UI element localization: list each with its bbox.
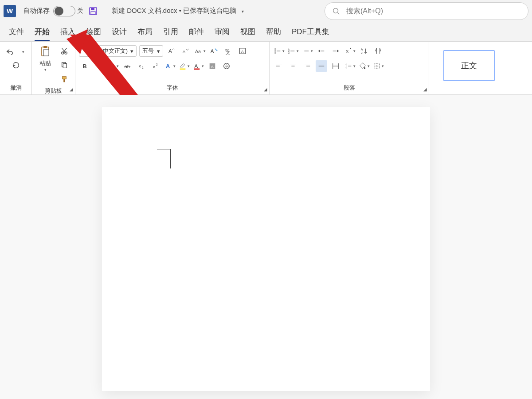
subscript-button[interactable]: x2 <box>136 60 147 72</box>
tab-view[interactable]: 视图 <box>235 23 261 41</box>
tab-review[interactable]: 审阅 <box>209 23 235 41</box>
text-cursor <box>157 149 170 168</box>
numbering-button[interactable]: 123▾ <box>287 45 299 57</box>
strikethrough-button[interactable]: ab <box>121 60 133 72</box>
group-styles-label <box>433 83 505 94</box>
font-name-combo[interactable]: 线 (中文正文) ▾ <box>79 45 137 57</box>
search-input[interactable] <box>345 7 521 16</box>
change-case-button[interactable]: Aa▾ <box>194 45 206 57</box>
svg-text:2: 2 <box>142 66 144 69</box>
tab-insert[interactable]: 插入 <box>55 23 81 41</box>
italic-button[interactable]: I <box>93 60 105 72</box>
group-undo: ▾ 撤消 <box>0 42 32 94</box>
format-painter-button[interactable] <box>59 74 70 85</box>
show-marks-button[interactable] <box>372 45 384 57</box>
app-icon-letter: W <box>7 7 13 15</box>
svg-text:Z: Z <box>361 51 363 55</box>
text-effects-button[interactable]: A▾ <box>164 60 176 72</box>
svg-point-3 <box>333 8 338 13</box>
page[interactable] <box>102 107 430 391</box>
document-title[interactable]: 新建 DOCX 文档.docx • 已保存到这台电脑 ▾ <box>112 7 244 15</box>
font-dialog-launcher[interactable]: ◢ <box>264 87 267 92</box>
shrink-font-button[interactable]: A <box>180 45 192 57</box>
increase-indent-button[interactable] <box>330 45 341 57</box>
align-right-button[interactable] <box>301 60 313 72</box>
svg-text:x: x <box>153 64 155 69</box>
line-spacing-button[interactable]: ▾ <box>344 60 356 72</box>
svg-text:X: X <box>345 49 348 54</box>
svg-text:A: A <box>211 64 214 69</box>
undo-dropdown[interactable]: ▾ <box>18 47 28 57</box>
clear-formatting-button[interactable]: A <box>208 45 220 57</box>
superscript-button[interactable]: x2 <box>150 60 161 72</box>
undo-button[interactable] <box>4 46 16 58</box>
group-font-label: 字体 <box>79 82 266 94</box>
clipboard-dialog-launcher[interactable]: ◢ <box>70 87 73 92</box>
paste-dropdown-icon: ▾ <box>44 67 47 72</box>
character-shading-button[interactable]: A <box>207 60 218 72</box>
font-name-value: 线 (中文正文) <box>94 47 128 55</box>
tab-draw[interactable]: 绘图 <box>81 23 106 41</box>
tab-design[interactable]: 设计 <box>106 23 132 41</box>
ribbon-tabs: 文件 开始 插入 绘图 设计 布局 引用 邮件 审阅 视图 帮助 PDF工具集 <box>0 22 532 42</box>
chevron-down-icon: ▾ <box>157 48 160 55</box>
svg-text:A: A <box>168 48 172 55</box>
multilevel-list-button[interactable]: ▾ <box>301 45 313 57</box>
align-left-button[interactable] <box>273 60 285 72</box>
toggle-knob <box>55 7 63 16</box>
group-styles: 正文 <box>429 42 509 94</box>
style-normal[interactable]: 正文 <box>443 50 495 81</box>
cut-button[interactable] <box>59 45 70 57</box>
svg-line-4 <box>338 12 340 14</box>
font-color-button[interactable]: A▾ <box>192 60 204 72</box>
svg-rect-33 <box>180 68 185 70</box>
tab-help[interactable]: 帮助 <box>261 23 286 41</box>
ribbon: ▾ 撤消 粘贴 ▾ <box>0 42 532 95</box>
tab-home[interactable]: 开始 <box>29 23 55 41</box>
bold-button[interactable]: B <box>79 60 90 72</box>
svg-text:Aa: Aa <box>195 49 200 54</box>
decrease-indent-button[interactable] <box>316 45 327 57</box>
align-justify-button[interactable] <box>316 60 327 72</box>
tab-file[interactable]: 文件 <box>4 23 29 41</box>
svg-text:A: A <box>211 48 214 54</box>
chevron-down-icon: ▾ <box>242 9 244 14</box>
redo-button[interactable] <box>10 60 22 72</box>
svg-point-44 <box>274 52 276 54</box>
distributed-button[interactable] <box>330 60 341 72</box>
phonetic-guide-button[interactable]: wén文 <box>223 45 234 57</box>
bullets-button[interactable]: ▾ <box>273 45 285 57</box>
tab-layout[interactable]: 布局 <box>132 23 158 41</box>
tab-pdf-tools[interactable]: PDF工具集 <box>286 23 335 41</box>
align-center-button[interactable] <box>287 60 299 72</box>
autosave-toggle[interactable] <box>53 6 75 16</box>
svg-rect-12 <box>63 77 66 79</box>
svg-rect-13 <box>63 79 65 82</box>
asian-layout-button[interactable]: X▾ <box>344 45 356 57</box>
group-font: 线 (中文正文) ▾ 五号 ▾ A A Aa▾ A wén文 A B I U▾ … <box>75 42 270 94</box>
svg-text:U: U <box>110 63 113 69</box>
svg-point-42 <box>274 51 276 52</box>
grow-font-button[interactable]: A <box>166 45 177 57</box>
shading-button[interactable]: ▾ <box>358 60 370 72</box>
highlight-color-button[interactable]: ▾ <box>178 60 190 72</box>
save-icon[interactable] <box>89 7 98 16</box>
underline-button[interactable]: U▾ <box>107 60 119 72</box>
search-box[interactable] <box>325 2 528 20</box>
character-border-button[interactable]: A <box>237 45 248 57</box>
tab-mail[interactable]: 邮件 <box>184 23 209 41</box>
svg-text:3: 3 <box>288 51 289 54</box>
font-size-combo[interactable]: 五号 ▾ <box>139 45 163 57</box>
svg-rect-1 <box>91 8 94 10</box>
borders-button[interactable]: ▾ <box>372 60 384 72</box>
enclose-characters-button[interactable]: 字 <box>221 60 232 72</box>
titlebar: W 自动保存 关 新建 DOCX 文档.docx • 已保存到这台电脑 ▾ <box>0 0 532 22</box>
paste-button[interactable]: 粘贴 ▾ <box>35 45 55 72</box>
svg-text:A: A <box>165 63 170 70</box>
tab-references[interactable]: 引用 <box>158 23 184 41</box>
sort-button[interactable]: AZ <box>358 45 370 57</box>
copy-button[interactable] <box>59 59 70 71</box>
svg-rect-2 <box>91 12 95 14</box>
autosave-label: 自动保存 <box>23 7 50 15</box>
paragraph-dialog-launcher[interactable]: ◢ <box>423 87 427 92</box>
